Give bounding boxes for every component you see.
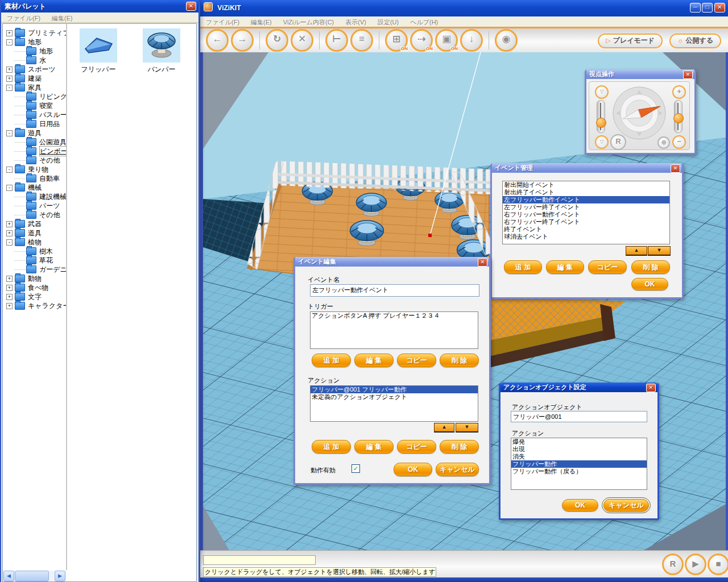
expand-icon[interactable]: + (6, 66, 13, 73)
tree-item[interactable]: +動物 (3, 274, 66, 283)
action-list[interactable]: フリッパー@001 フリッパー動作未定義のアクションオブジェクト (310, 385, 478, 422)
stop-button[interactable]: ■ (708, 554, 728, 575)
compass-dial[interactable] (613, 86, 666, 140)
reset-button[interactable]: R (662, 554, 684, 575)
event-editor-title-bar[interactable]: イベント編集 ✕ (295, 257, 489, 267)
main-title-bar[interactable]: ViZiKIT ─ □ ✕ (200, 0, 728, 16)
list-item[interactable]: 右フリッパー終了イベント (503, 218, 669, 226)
tree-h-scrollbar[interactable]: ◀ ▶ (3, 571, 66, 581)
tree-item[interactable]: +建築 (3, 74, 66, 83)
tilt-slider[interactable] (597, 100, 605, 133)
list-item[interactable]: 球消去イベント (503, 233, 669, 240)
action-edit-button[interactable]: 編 集 (354, 440, 394, 454)
maximize-button[interactable]: □ (702, 3, 713, 13)
tree-item[interactable]: 日用品 (3, 119, 66, 128)
action-delete-button[interactable]: 削 除 (440, 440, 479, 454)
event-manager-window[interactable]: イベント管理 ✕ 射出開始イベント射出終了イベント左フリッパー動作イベント左フリ… (490, 163, 684, 299)
palette-item-flipper[interactable]: フリッパー (80, 28, 117, 74)
menu-item[interactable]: 表示(V) (340, 16, 372, 28)
expand-icon[interactable]: + (6, 221, 13, 227)
expand-icon[interactable]: + (6, 76, 13, 82)
viewpoint-title-bar[interactable]: 視点操作 ✕ (586, 69, 694, 79)
menu-item[interactable]: ファイル(F) (1, 13, 46, 24)
scroll-right-arrow[interactable]: ▶ (55, 571, 65, 581)
tree-item[interactable]: 公園遊具 (3, 138, 66, 147)
edit-button[interactable]: 編 集 (546, 260, 584, 274)
menu-item[interactable]: ヘルプ(H) (404, 16, 444, 28)
tree-item[interactable]: その他 (3, 210, 66, 219)
tree-item[interactable]: その他 (3, 156, 66, 165)
event-editor-close-button[interactable]: ✕ (478, 258, 487, 267)
editor-ok-button[interactable]: OK (394, 463, 432, 476)
tree-item[interactable]: ピンボール (3, 147, 66, 156)
forward-icon[interactable]: → (231, 29, 254, 52)
tilt-down-button[interactable]: ▽ (595, 135, 609, 149)
action-add-button[interactable]: 追 加 (312, 440, 351, 454)
trigger-copy-button[interactable]: コピー (397, 354, 436, 367)
tree-item[interactable]: 樹木 (3, 247, 66, 256)
zoom-slider-thumb[interactable] (673, 113, 684, 123)
palette-item-bumper[interactable]: バンパー (143, 28, 180, 74)
expand-icon[interactable]: + (6, 230, 13, 236)
delete-button[interactable]: 削 除 (631, 260, 670, 274)
snap-toggle-icon[interactable]: ⇢ON (410, 29, 433, 52)
minimize-button[interactable]: ─ (690, 3, 701, 13)
event-list[interactable]: 射出開始イベント射出終了イベント左フリッパー動作イベント左フリッパー終了イベント… (502, 181, 670, 244)
list-item[interactable]: フリッパー動作（戻る） (511, 468, 647, 475)
grid-toggle-icon[interactable]: ⊞ON (385, 29, 408, 52)
collapse-icon[interactable]: - (6, 239, 13, 246)
viewpoint-close-button[interactable]: ✕ (683, 70, 693, 79)
action-object-title-bar[interactable]: アクションオブジェクト設定 ✕ (500, 383, 657, 392)
action-object-cancel-button[interactable]: キャンセル (603, 499, 649, 512)
list-item[interactable]: 右フリッパー動作イベント (503, 211, 669, 218)
move-up-button[interactable]: ▲ (626, 246, 647, 256)
action-copy-button[interactable]: コピー (397, 440, 436, 454)
tree-item[interactable]: +食べ物 (3, 283, 66, 292)
list-item[interactable]: フリッパー動作 (511, 460, 647, 468)
tree-item[interactable]: -家具 (3, 83, 66, 92)
expand-icon[interactable]: + (6, 276, 13, 282)
ok-button[interactable]: OK (631, 278, 668, 290)
event-editor-window[interactable]: イベント編集 ✕ イベント名 左フリッパー動作イベント トリガー アクションボタ… (293, 257, 491, 485)
tree-item[interactable]: リビング (3, 92, 66, 101)
tree-item[interactable]: 寝室 (3, 101, 66, 110)
tree-item[interactable]: バスルーム (3, 110, 66, 119)
list-item[interactable]: アクションボタンA 押す プレイヤー１２３４ (311, 312, 478, 319)
order-list-icon[interactable]: ≡ (350, 29, 373, 52)
list-item[interactable]: フリッパー@001 フリッパー動作 (311, 386, 478, 393)
list-item[interactable]: 射出終了イベント (503, 189, 669, 196)
expand-icon[interactable]: + (6, 303, 13, 309)
tree-item[interactable]: パーツ (3, 201, 66, 210)
list-item[interactable]: 左フリッパー終了イベント (503, 203, 669, 211)
list-item[interactable]: 射出開始イベント (503, 181, 669, 189)
play-mode-button[interactable]: ▷プレイモード (598, 34, 663, 48)
tree-item[interactable]: +キャラクター (3, 301, 66, 310)
action-object-window[interactable]: アクションオブジェクト設定 ✕ アクションオブジェクト フリッパー@001 アク… (499, 383, 659, 520)
action-object-action-list[interactable]: 爆発出現消失フリッパー動作フリッパー動作（戻る） (511, 438, 647, 490)
tree-item[interactable]: ガーデニング (3, 265, 66, 274)
list-item[interactable]: 左フリッパー動作イベント (503, 196, 669, 203)
menu-item[interactable]: 編集(E) (46, 13, 78, 24)
box-toggle-icon[interactable]: ▣ON (435, 29, 458, 52)
tree-item[interactable]: 自動車 (3, 174, 66, 183)
collapse-icon[interactable]: - (6, 130, 13, 136)
menu-item[interactable]: 編集(E) (245, 16, 278, 28)
tree-item[interactable]: -遊具 (3, 128, 66, 138)
viewpoint-reset-button[interactable]: R (610, 134, 626, 150)
zoom-slider[interactable] (674, 100, 682, 133)
delete-icon[interactable]: ✕ (291, 29, 313, 52)
tree-item[interactable]: 水 (3, 56, 66, 65)
list-item[interactable]: 終了イベント (503, 226, 669, 233)
screenshot-icon[interactable]: ◉ (495, 29, 518, 52)
hierarchy-icon[interactable]: ⊢ (325, 29, 348, 52)
action-object-close-button[interactable]: ✕ (646, 384, 656, 392)
trigger-edit-button[interactable]: 編 集 (354, 354, 394, 367)
palette-title-bar[interactable]: 素材パレット ✕ (1, 0, 198, 13)
expand-icon[interactable]: + (6, 30, 13, 36)
scroll-left-arrow[interactable]: ◀ (3, 571, 14, 581)
action-up-button[interactable]: ▲ (434, 423, 454, 433)
list-item[interactable]: 爆発 (511, 438, 647, 446)
add-button[interactable]: 追 加 (504, 260, 542, 274)
menu-item[interactable]: ファイル(F) (200, 16, 245, 28)
expand-icon[interactable]: + (6, 294, 13, 300)
